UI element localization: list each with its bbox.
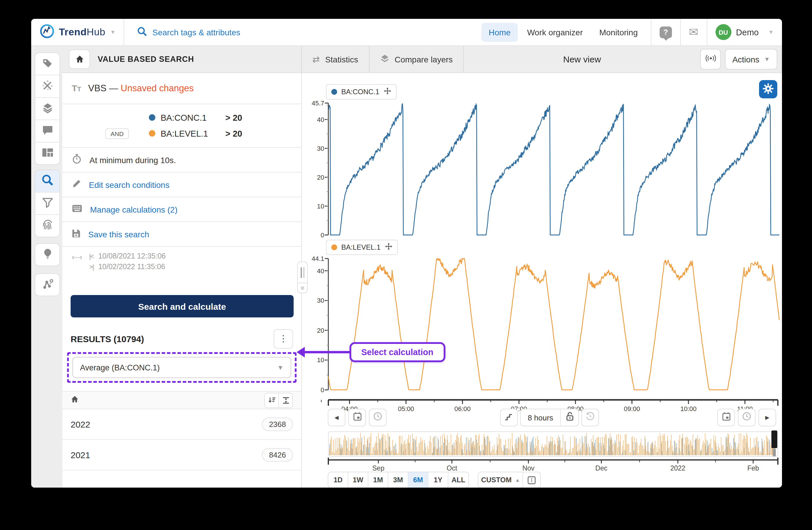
sidebar-item-layers[interactable] — [35, 98, 59, 120]
pan-left-button[interactable]: ◀ — [328, 409, 345, 426]
y-tick-label: 0 — [303, 386, 324, 393]
left-icon-rail: +÷×− — [31, 46, 62, 488]
range-button-3m[interactable]: 3M — [388, 472, 408, 488]
interpolation-button[interactable] — [500, 409, 518, 426]
panel-resize-handle[interactable] — [297, 262, 308, 284]
sidebar-item-search[interactable] — [35, 170, 59, 193]
range-button-1w[interactable]: 1W — [348, 472, 368, 488]
search-and-calculate-button[interactable]: Search and calculate — [71, 295, 294, 317]
history-button[interactable] — [581, 409, 599, 426]
sidebar-item-dashboard[interactable] — [35, 142, 59, 164]
collapse-rows-button[interactable] — [278, 393, 292, 407]
sidebar-item-graph[interactable] — [35, 274, 59, 296]
conditions-block: BA:CONC.1 > 20 AND BA:LEVEL.1 > 20 — [62, 104, 301, 148]
condition-series: BA:CONC.1 — [161, 113, 226, 122]
kebab-icon: ⋮ — [279, 333, 288, 343]
sidebar-item-fingerprint[interactable] — [35, 215, 59, 237]
calculation-select[interactable]: Average (BA:CONC.1) ▼ — [72, 357, 291, 378]
move-icon — [385, 242, 392, 252]
manage-calculations-link: Manage calculations (2) — [90, 205, 177, 214]
range-end-value: 10/02/2022 11:35:06 — [98, 263, 165, 271]
rail-group — [35, 243, 60, 266]
end-calendar-button[interactable] — [717, 409, 735, 426]
panel-title: VALUE BASED SEARCH — [98, 55, 194, 64]
time-span-control[interactable]: 8 hours — [520, 409, 579, 426]
condition-row[interactable]: BA:CONC.1 > 20 — [62, 110, 301, 125]
condition-row[interactable]: AND BA:LEVEL.1 > 20 — [62, 125, 301, 141]
y-tick-label: 40 — [303, 116, 324, 123]
nav-monitoring[interactable]: Monitoring — [592, 23, 645, 42]
actions-button[interactable]: Actions▼ — [725, 49, 777, 69]
broadcast-icon — [705, 54, 716, 65]
nav-home[interactable]: Home — [482, 23, 518, 42]
sidebar-item-tag[interactable] — [35, 53, 59, 75]
brand-name: TrendHub — [59, 26, 105, 38]
stopwatch-icon — [72, 154, 82, 166]
legend-chip-conc[interactable]: BA:CONC.1 — [326, 84, 396, 99]
save-search-row[interactable]: Save this search — [62, 222, 301, 247]
user-caret-icon: ▾ — [769, 28, 772, 36]
messages-button[interactable]: ✉ — [681, 19, 707, 45]
user-menu[interactable]: DU Demo ▾ — [707, 24, 782, 40]
range-button-6m[interactable]: 6M — [408, 472, 429, 488]
sidebar-item-filter[interactable] — [35, 193, 59, 215]
pan-right-button[interactable]: ▶ — [758, 409, 776, 426]
search-input[interactable]: Search tags & attributes — [124, 26, 482, 38]
close-icon: ✕ — [300, 285, 305, 291]
x-tick-label: 10:00 — [680, 405, 696, 412]
pencil-icon — [72, 179, 81, 190]
edit-conditions-row[interactable]: Edit search conditions — [62, 172, 301, 197]
vbs-title: VBS — Unsaved changes — [88, 83, 193, 94]
help-button[interactable]: ? — [651, 19, 680, 45]
svg-text:÷: ÷ — [42, 83, 44, 87]
sidebar-item-calculator[interactable]: +÷×− — [35, 75, 59, 98]
custom-range-button[interactable]: CUSTOM▲ — [478, 472, 523, 488]
sort-descending-button[interactable] — [265, 393, 278, 407]
results-header: RESULTS (10794) ⋮ — [62, 326, 301, 351]
range-button-1d[interactable]: 1D — [328, 472, 348, 488]
manage-calculations-row[interactable]: Manage calculations (2) — [62, 197, 301, 222]
result-row-2021[interactable]: 20218426 — [62, 440, 301, 471]
home-column-icon — [71, 395, 79, 405]
brand-logo[interactable]: TrendHub ▾ — [31, 23, 124, 41]
range-button-1y[interactable]: 1Y — [429, 472, 448, 488]
statistics-button[interactable]: ⇄ Statistics — [302, 46, 369, 72]
list-sort-controls — [264, 392, 293, 408]
results-title: RESULTS (10794) — [71, 334, 144, 344]
y-tick-label: 10 — [303, 203, 324, 210]
compare-layers-button[interactable]: Compare layers — [369, 46, 464, 72]
results-list-header — [62, 391, 301, 409]
lock-span-button[interactable] — [561, 412, 578, 423]
viewport: TrendHub ▾ Search tags & attributes Home… — [0, 0, 812, 530]
range-start: |< 10/08/2021 12:35:06 — [89, 252, 165, 260]
range-button-1m[interactable]: 1M — [368, 472, 388, 488]
results-menu-button[interactable]: ⋮ — [274, 329, 293, 348]
sidebar-item-comment[interactable] — [35, 120, 59, 142]
date-range-block[interactable]: ‹···› |< 10/08/2021 12:35:06 >| 10/02/20… — [62, 247, 301, 278]
chart-settings-button[interactable] — [759, 80, 777, 98]
timeline-selection-handle[interactable] — [771, 431, 777, 448]
timeline-month-label: Feb — [747, 465, 759, 472]
result-row-2022[interactable]: 20222368 — [62, 409, 301, 440]
right-column: VALUE BASED SEARCH ⇄ Statistics Compare … — [62, 46, 782, 488]
unsaved-changes-label: Unsaved changes — [121, 83, 193, 93]
start-calendar-button[interactable] — [348, 409, 366, 426]
panel-collapse-button[interactable]: ✕ — [297, 283, 308, 293]
end-clock-button[interactable] — [738, 409, 755, 426]
condition-comparison: > 20 — [226, 113, 242, 122]
live-mode-button[interactable] — [700, 49, 721, 69]
nav-work-organizer[interactable]: Work organizer — [520, 23, 590, 42]
legend-label: BA:LEVEL.1 — [341, 243, 380, 251]
search-label: Search tags & attributes — [153, 27, 241, 37]
sidebar-item-lightbulb[interactable] — [35, 244, 59, 266]
fit-selection-button[interactable] — [523, 472, 540, 488]
legend-chip-level[interactable]: BA:LEVEL.1 — [326, 240, 397, 255]
start-clock-button[interactable] — [369, 409, 387, 426]
panel-home-button[interactable] — [69, 50, 90, 69]
brand-caret-icon[interactable]: ▾ — [111, 28, 114, 36]
custom-range-group: CUSTOM▲ — [478, 472, 541, 488]
condition-comparison: > 20 — [226, 129, 242, 138]
results-list: 2022236820218426 — [62, 409, 301, 471]
range-button-all[interactable]: ALL — [448, 472, 468, 488]
avatar: DU — [715, 24, 731, 40]
